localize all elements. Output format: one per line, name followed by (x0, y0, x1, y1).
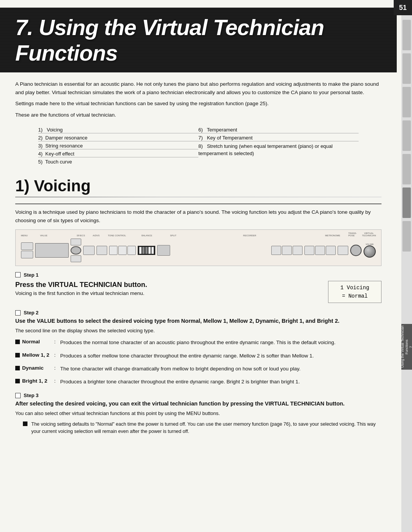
rec-btn-2[interactable] (282, 246, 292, 255)
metro-btn-3[interactable] (326, 246, 336, 255)
split-btn[interactable] (157, 245, 170, 256)
page-number: 51 (394, 0, 412, 15)
function-item-4: 4) Key-off effect (38, 151, 198, 157)
voicing-section-header: 1) Voicing (15, 177, 381, 204)
intro-paragraph-1: A Piano technician is essential for an a… (15, 80, 381, 96)
voicing-label-mellow: Mellow 1, 2 (15, 352, 50, 358)
bright-name: Bright 1, 2 (22, 378, 47, 384)
sidebar-tab-active (402, 187, 411, 218)
step-2-note: The second line on the display shows the… (15, 328, 381, 333)
function-name-2: Damper resonance (45, 135, 88, 141)
bal-seg-4 (148, 247, 151, 254)
note-bullet-1 (23, 421, 27, 426)
metronome-buttons (304, 246, 336, 255)
function-num-8: 8) (198, 143, 206, 149)
chapter-title: 7. Using the Virtual Technician Function… (15, 14, 381, 66)
step-1-content: Press the VIRTUAL TECHNICIAN button. Voi… (15, 281, 381, 303)
balance-display (138, 246, 155, 255)
dynamic-colon: : (54, 365, 56, 371)
lcd-display (35, 243, 69, 258)
note-text-1: The voicing setting defaults to "Normal"… (31, 421, 381, 435)
function-item-7: 7) Key of Temperament (198, 135, 359, 141)
value-up-btn[interactable] (71, 239, 81, 245)
transpose-btn[interactable] (338, 246, 348, 255)
step-3-label: Step 3 (24, 393, 39, 398)
metro-btn-1[interactable] (304, 246, 314, 255)
voicing-label-normal: Normal (15, 339, 50, 345)
function-item-5: 5) Touch curve (38, 159, 198, 165)
step-2-container: Step 2 Use the VALUE buttons to select t… (15, 310, 381, 386)
sidebar-tab-1 (402, 20, 411, 50)
volume-knob[interactable] (364, 245, 376, 258)
mellow-name: Mellow 1, 2 (22, 352, 49, 358)
diag-value-label: VALUE (40, 234, 74, 237)
volume-group: VOLUME (364, 243, 376, 258)
menu-btn-up[interactable] (21, 242, 33, 250)
chapter-tab: Using the Virtual Technician Functions 7 (401, 324, 412, 370)
diag-sfxecs-label: SF/ECS (77, 234, 90, 237)
function-item-3: 3) String resonance (38, 143, 198, 149)
sidebar-tab-3 (402, 87, 411, 117)
normal-square (15, 340, 20, 344)
chapter-tab-text: Using the Virtual Technician Functions 7 (401, 324, 412, 370)
volume-label: VOLUME (365, 243, 373, 245)
dynamic-square (15, 366, 20, 370)
diag-tone-label: TONE CONTROL (106, 234, 127, 237)
advs-btn[interactable] (97, 246, 107, 255)
value-knob[interactable] (71, 246, 81, 255)
menu-btn-down[interactable] (21, 251, 33, 258)
display-line-2: = Normal (334, 292, 376, 300)
function-num-3: 3) (38, 143, 44, 149)
rec-btn-1[interactable] (271, 246, 281, 255)
dynamic-name: Dynamic (22, 365, 43, 371)
note-item-1: The voicing setting defaults to "Normal"… (23, 421, 381, 435)
metro-btn-2[interactable] (315, 246, 325, 255)
functions-list: 1) Voicing 2) Damper resonance 3) String… (38, 127, 359, 166)
voicing-type-mellow: Mellow 1, 2 : Produces a softer mellow t… (15, 352, 381, 360)
virtual-tech-btn[interactable] (350, 245, 362, 256)
diag-split-label: SPLIT (166, 234, 180, 237)
chapter-header: 7. Using the Virtual Technician Function… (0, 8, 397, 72)
normal-desc: Produces the normal tone character of an… (60, 339, 381, 346)
tone-btn-1[interactable] (109, 246, 117, 255)
function-num-7: 7) (198, 135, 206, 141)
section-divider (15, 197, 381, 197)
step-2-label: Step 2 (24, 310, 39, 316)
value-down-btn[interactable] (71, 255, 81, 262)
display-line-1: 1 Voicing (334, 284, 376, 292)
right-sidebar (401, 0, 412, 532)
function-item-8: 8) Stretch tuning (when equal temperamen… (198, 143, 359, 157)
functions-col-1: 1) Voicing 2) Damper resonance 3) String… (38, 127, 198, 166)
diag-trans-label: TRANS-POSE (348, 232, 360, 237)
sfxecs-btn[interactable] (83, 246, 95, 255)
bal-seg-5 (151, 247, 154, 254)
chapter-number: 7 (15, 15, 27, 40)
section-num: 1) (15, 177, 29, 195)
step-1-instruction: Press the VIRTUAL TECHNICIAN button. (15, 281, 320, 289)
function-num-1: 1) (38, 127, 45, 133)
bal-seg-1 (139, 247, 142, 254)
tone-btn-2[interactable] (118, 246, 127, 255)
piano-diagram: MENU VALUE SF/ECS A/DVS TONE CONTROL BAL… (15, 229, 381, 266)
diag-balance-label: BALANCE (130, 234, 164, 237)
voicing-label-dynamic: Dynamic (15, 365, 50, 371)
tone-btn-3[interactable] (127, 246, 136, 255)
diag-recorder-label: RECORDER (182, 234, 317, 237)
function-num-5: 5) (38, 159, 44, 165)
voicing-title: 1) Voicing (15, 177, 381, 195)
intro-paragraph-2: Settings made here to the virtual techni… (15, 99, 381, 108)
step-1-display: 1 Voicing = Normal (328, 281, 381, 303)
function-item-6: 6) Temperament (198, 127, 359, 133)
dynamic-desc: The tone character will change dramatica… (60, 365, 381, 373)
mellow-colon: : (54, 352, 56, 358)
function-name-1: Voicing (47, 127, 63, 133)
step-1-container: Step 1 Press the VIRTUAL TECHNICIAN butt… (15, 272, 381, 303)
chapter-title-text: Using the Virtual Technician Functions (15, 15, 324, 65)
step-1-description: Voicing is the first function in the vir… (15, 290, 320, 296)
function-num-4: 4) (38, 151, 44, 157)
step-2-header: Step 2 (15, 310, 381, 316)
menu-buttons (21, 242, 33, 258)
rec-btn-3[interactable] (293, 246, 303, 255)
step-3-container: Step 3 After selecting the desired voici… (15, 393, 381, 435)
function-num-6: 6) (198, 127, 206, 133)
